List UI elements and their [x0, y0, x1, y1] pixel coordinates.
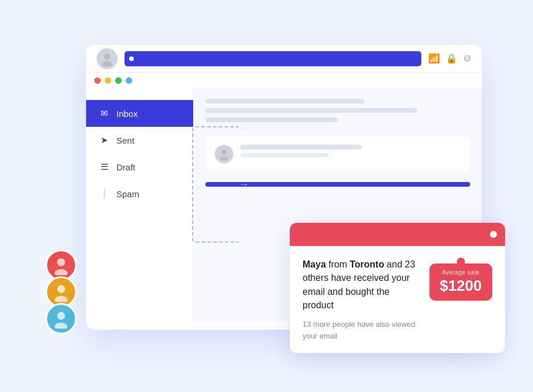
price-tag: Average sale $1200 [429, 263, 492, 301]
price-label: Average sale [440, 269, 482, 276]
price-value: $1200 [440, 277, 482, 295]
browser-avatar [97, 48, 118, 69]
price-pin [457, 258, 465, 266]
settings-icon: ⚙ [463, 53, 471, 64]
notif-title: Maya from Toronto and 23 others have rec… [303, 258, 421, 312]
spam-icon: ❕ [99, 188, 109, 199]
svg-point-0 [104, 54, 110, 59]
tl-yellow[interactable] [105, 77, 111, 84]
content-placeholder-lines [205, 99, 470, 129]
tl-blue [126, 77, 132, 84]
notif-subtitle: 13 more people have also viewed your ema… [303, 319, 421, 341]
spam-label: Spam [116, 189, 139, 199]
browser-titlebar: 📶 🔒 ⚙ [86, 45, 482, 73]
sidebar-item-sent[interactable]: ➤ Sent [86, 127, 193, 154]
svg-point-7 [55, 296, 67, 302]
inbox-icon: ✉ [99, 108, 109, 119]
notif-city: Toronto [350, 259, 384, 269]
traffic-lights [86, 73, 482, 88]
sent-icon: ➤ [99, 135, 109, 145]
svg-point-8 [57, 312, 65, 320]
email-line-b [240, 153, 329, 157]
svg-point-5 [55, 269, 67, 275]
svg-point-4 [57, 258, 65, 266]
connector-arrow: → [239, 179, 249, 191]
url-bar[interactable] [125, 51, 421, 66]
email-item-1[interactable] [205, 137, 470, 172]
notif-body: Maya from Toronto and 23 others have rec… [290, 246, 505, 353]
price-badge: Average sale $1200 [429, 258, 492, 301]
tl-green[interactable] [115, 77, 122, 84]
line-1 [205, 99, 364, 104]
notif-dot [490, 231, 497, 238]
tl-red[interactable] [94, 77, 101, 84]
sidebar-item-inbox[interactable]: ✉ Inbox [86, 100, 193, 127]
line-3 [205, 117, 338, 122]
sent-label: Sent [116, 136, 134, 145]
dashed-connector: → [192, 126, 239, 243]
email-line-group [240, 145, 461, 157]
avatar-3 [45, 303, 77, 334]
draft-icon: ☰ [99, 162, 109, 172]
email-line-a [240, 145, 361, 149]
notif-header [290, 223, 505, 246]
notif-name: Maya [303, 259, 326, 269]
lock-icon: 🔒 [446, 53, 457, 64]
notif-text: Maya from Toronto and 23 others have rec… [303, 258, 421, 341]
url-dot [129, 56, 134, 61]
svg-point-6 [57, 285, 65, 293]
sidebar-item-spam[interactable]: ❕ Spam [86, 180, 193, 207]
line-2 [205, 108, 417, 113]
avatar-cluster [45, 250, 77, 330]
sidebar-item-draft[interactable]: ☰ Draft [86, 154, 193, 180]
bar-chart-icon: 📶 [428, 53, 440, 64]
notification-card: Maya from Toronto and 23 others have rec… [290, 223, 505, 353]
svg-point-1 [102, 61, 112, 66]
draft-label: Draft [116, 162, 136, 172]
sidebar: ✉ Inbox ➤ Sent ☰ Draft ❕ Spam [86, 88, 194, 321]
svg-point-9 [55, 323, 67, 329]
browser-toolbar-icons: 📶 🔒 ⚙ [428, 53, 471, 64]
inbox-label: Inbox [116, 109, 138, 119]
notif-connector: from [326, 259, 350, 269]
